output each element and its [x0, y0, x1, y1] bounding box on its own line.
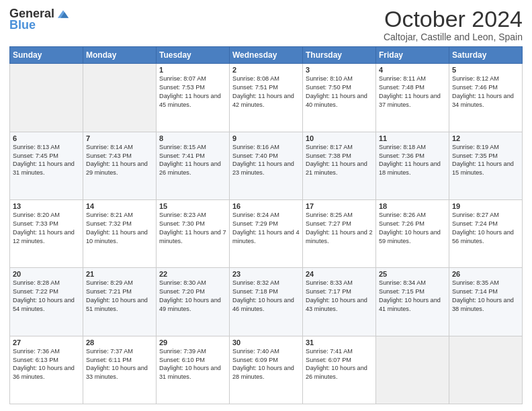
calendar-cell: 17Sunrise: 8:25 AM Sunset: 7:27 PM Dayli…: [303, 200, 376, 268]
calendar-cell: 29Sunrise: 7:39 AM Sunset: 6:10 PM Dayli…: [157, 336, 230, 404]
title-block: October 2024 Caltojar, Castille and Leon…: [384, 7, 523, 42]
day-number: 7: [86, 134, 153, 142]
weekday-header-sunday: Sunday: [10, 47, 83, 64]
day-number: 16: [232, 202, 300, 210]
calendar-cell: 26Sunrise: 8:35 AM Sunset: 7:14 PM Dayli…: [449, 268, 523, 336]
calendar-cell: 11Sunrise: 8:18 AM Sunset: 7:36 PM Dayli…: [376, 132, 449, 199]
day-info: Sunrise: 8:20 AM Sunset: 7:33 PM Dayligh…: [13, 211, 80, 246]
calendar-cell: 22Sunrise: 8:30 AM Sunset: 7:20 PM Dayli…: [157, 268, 230, 336]
day-info: Sunrise: 8:14 AM Sunset: 7:43 PM Dayligh…: [86, 143, 153, 178]
logo-blue: Blue: [9, 19, 36, 32]
day-number: 17: [306, 202, 373, 210]
day-number: 21: [86, 270, 153, 278]
day-info: Sunrise: 8:25 AM Sunset: 7:27 PM Dayligh…: [306, 211, 373, 246]
day-info: Sunrise: 8:28 AM Sunset: 7:22 PM Dayligh…: [13, 279, 80, 314]
day-number: 1: [159, 66, 226, 74]
calendar-cell: 14Sunrise: 8:21 AM Sunset: 7:32 PM Dayli…: [83, 200, 157, 268]
calendar-cell: [83, 64, 157, 132]
day-info: Sunrise: 7:36 AM Sunset: 6:13 PM Dayligh…: [13, 347, 80, 382]
day-number: 10: [306, 134, 373, 142]
header: General Blue October 2024 Caltojar, Cast…: [9, 7, 523, 42]
day-info: Sunrise: 8:26 AM Sunset: 7:26 PM Dayligh…: [379, 211, 446, 246]
day-info: Sunrise: 8:19 AM Sunset: 7:35 PM Dayligh…: [452, 143, 519, 178]
day-number: 6: [13, 134, 80, 142]
day-info: Sunrise: 8:16 AM Sunset: 7:40 PM Dayligh…: [232, 143, 300, 178]
day-info: Sunrise: 8:34 AM Sunset: 7:15 PM Dayligh…: [379, 279, 446, 314]
day-number: 24: [306, 270, 373, 278]
calendar-cell: 28Sunrise: 7:37 AM Sunset: 6:11 PM Dayli…: [83, 336, 157, 404]
calendar-cell: 25Sunrise: 8:34 AM Sunset: 7:15 PM Dayli…: [376, 268, 449, 336]
day-number: 14: [86, 202, 153, 210]
day-number: 5: [452, 66, 519, 74]
day-number: 3: [306, 66, 373, 74]
day-number: 4: [379, 66, 446, 74]
day-number: 30: [232, 338, 300, 347]
day-info: Sunrise: 8:33 AM Sunset: 7:17 PM Dayligh…: [306, 279, 373, 314]
calendar-cell: 10Sunrise: 8:17 AM Sunset: 7:38 PM Dayli…: [303, 132, 376, 199]
day-info: Sunrise: 8:30 AM Sunset: 7:20 PM Dayligh…: [159, 279, 226, 314]
day-number: 9: [232, 134, 300, 142]
calendar-week-4: 20Sunrise: 8:28 AM Sunset: 7:22 PM Dayli…: [10, 268, 523, 336]
day-info: Sunrise: 8:29 AM Sunset: 7:21 PM Dayligh…: [86, 279, 153, 314]
calendar-cell: 1Sunrise: 8:07 AM Sunset: 7:53 PM Daylig…: [157, 64, 230, 132]
day-info: Sunrise: 7:41 AM Sunset: 6:07 PM Dayligh…: [306, 347, 373, 382]
calendar-cell: 5Sunrise: 8:12 AM Sunset: 7:46 PM Daylig…: [449, 64, 523, 132]
day-info: Sunrise: 7:37 AM Sunset: 6:11 PM Dayligh…: [86, 347, 153, 382]
calendar-week-3: 13Sunrise: 8:20 AM Sunset: 7:33 PM Dayli…: [10, 200, 523, 268]
day-number: 20: [13, 270, 80, 278]
day-info: Sunrise: 8:35 AM Sunset: 7:14 PM Dayligh…: [452, 279, 519, 314]
day-info: Sunrise: 8:17 AM Sunset: 7:38 PM Dayligh…: [306, 143, 373, 178]
day-info: Sunrise: 8:24 AM Sunset: 7:29 PM Dayligh…: [232, 211, 300, 246]
calendar-cell: 7Sunrise: 8:14 AM Sunset: 7:43 PM Daylig…: [83, 132, 157, 199]
day-number: 23: [232, 270, 300, 278]
calendar-cell: 30Sunrise: 7:40 AM Sunset: 6:09 PM Dayli…: [230, 336, 303, 404]
day-info: Sunrise: 8:23 AM Sunset: 7:30 PM Dayligh…: [159, 211, 226, 246]
weekday-header-tuesday: Tuesday: [157, 47, 230, 64]
logo: General Blue: [9, 7, 71, 32]
logo-blue-text: Blue: [9, 18, 36, 32]
day-number: 18: [379, 202, 446, 210]
calendar-cell: 4Sunrise: 8:11 AM Sunset: 7:48 PM Daylig…: [376, 64, 449, 132]
logo-icon: [56, 7, 71, 21]
day-number: 2: [232, 66, 300, 74]
calendar-cell: 6Sunrise: 8:13 AM Sunset: 7:45 PM Daylig…: [10, 132, 83, 199]
day-number: 15: [159, 202, 226, 210]
calendar-cell: 12Sunrise: 8:19 AM Sunset: 7:35 PM Dayli…: [449, 132, 523, 199]
day-number: 27: [13, 338, 80, 347]
day-info: Sunrise: 8:13 AM Sunset: 7:45 PM Dayligh…: [13, 143, 80, 178]
weekday-header-row: SundayMondayTuesdayWednesdayThursdayFrid…: [10, 47, 523, 64]
day-number: 12: [452, 134, 519, 142]
day-number: 25: [379, 270, 446, 278]
calendar-week-5: 27Sunrise: 7:36 AM Sunset: 6:13 PM Dayli…: [10, 336, 523, 404]
day-number: 28: [86, 338, 153, 347]
day-number: 19: [452, 202, 519, 210]
day-number: 31: [306, 338, 373, 347]
calendar-cell: 15Sunrise: 8:23 AM Sunset: 7:30 PM Dayli…: [157, 200, 230, 268]
calendar-cell: 19Sunrise: 8:27 AM Sunset: 7:24 PM Dayli…: [449, 200, 523, 268]
day-info: Sunrise: 8:07 AM Sunset: 7:53 PM Dayligh…: [159, 75, 226, 109]
day-info: Sunrise: 8:21 AM Sunset: 7:32 PM Dayligh…: [86, 211, 153, 246]
calendar-week-2: 6Sunrise: 8:13 AM Sunset: 7:45 PM Daylig…: [10, 132, 523, 199]
calendar-cell: [376, 336, 449, 404]
day-info: Sunrise: 8:08 AM Sunset: 7:51 PM Dayligh…: [232, 75, 300, 109]
weekday-header-monday: Monday: [83, 47, 157, 64]
day-info: Sunrise: 8:10 AM Sunset: 7:50 PM Dayligh…: [306, 75, 373, 109]
day-number: 11: [379, 134, 446, 142]
day-info: Sunrise: 8:15 AM Sunset: 7:41 PM Dayligh…: [159, 143, 226, 178]
weekday-header-thursday: Thursday: [303, 47, 376, 64]
month-title: October 2024: [384, 7, 523, 32]
page: General Blue October 2024 Caltojar, Cast…: [0, 0, 532, 411]
day-number: 22: [159, 270, 226, 278]
calendar-cell: [449, 336, 523, 404]
location-subtitle: Caltojar, Castille and Leon, Spain: [384, 32, 523, 42]
day-info: Sunrise: 8:32 AM Sunset: 7:18 PM Dayligh…: [232, 279, 300, 314]
calendar-cell: 24Sunrise: 8:33 AM Sunset: 7:17 PM Dayli…: [303, 268, 376, 336]
day-number: 29: [159, 338, 226, 347]
calendar-cell: 2Sunrise: 8:08 AM Sunset: 7:51 PM Daylig…: [230, 64, 303, 132]
day-info: Sunrise: 8:12 AM Sunset: 7:46 PM Dayligh…: [452, 75, 519, 109]
day-info: Sunrise: 7:40 AM Sunset: 6:09 PM Dayligh…: [232, 347, 300, 382]
calendar-cell: 9Sunrise: 8:16 AM Sunset: 7:40 PM Daylig…: [230, 132, 303, 199]
calendar-week-1: 1Sunrise: 8:07 AM Sunset: 7:53 PM Daylig…: [10, 64, 523, 132]
day-info: Sunrise: 7:39 AM Sunset: 6:10 PM Dayligh…: [159, 347, 226, 382]
calendar-cell: 16Sunrise: 8:24 AM Sunset: 7:29 PM Dayli…: [230, 200, 303, 268]
